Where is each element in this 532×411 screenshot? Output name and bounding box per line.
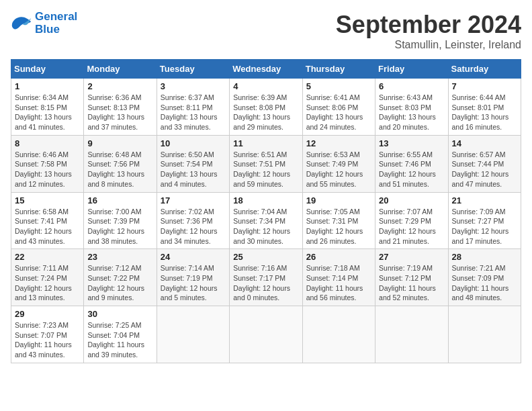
calendar-cell: 10Sunrise: 6:50 AMSunset: 7:54 PMDayligh… bbox=[157, 135, 229, 192]
calendar-cell: 8Sunrise: 6:46 AMSunset: 7:58 PMDaylight… bbox=[11, 135, 84, 192]
calendar-cell: 14Sunrise: 6:57 AMSunset: 7:44 PMDayligh… bbox=[448, 135, 521, 192]
calendar-cell: 26Sunrise: 7:18 AMSunset: 7:14 PMDayligh… bbox=[302, 249, 375, 306]
day-info: Sunrise: 7:09 AMSunset: 7:27 PMDaylight:… bbox=[452, 207, 517, 246]
calendar-cell: 15Sunrise: 6:58 AMSunset: 7:41 PMDayligh… bbox=[11, 192, 84, 249]
weekday-header: Thursday bbox=[302, 60, 375, 79]
calendar-week-row: 22Sunrise: 7:11 AMSunset: 7:24 PMDayligh… bbox=[11, 249, 521, 306]
day-number: 7 bbox=[452, 81, 517, 91]
calendar-cell: 16Sunrise: 7:00 AMSunset: 7:39 PMDayligh… bbox=[84, 192, 157, 249]
day-number: 3 bbox=[161, 81, 226, 91]
day-info: Sunrise: 6:36 AMSunset: 8:13 PMDaylight:… bbox=[87, 93, 152, 132]
day-info: Sunrise: 7:05 AMSunset: 7:31 PMDaylight:… bbox=[306, 207, 371, 246]
logo-icon bbox=[11, 14, 32, 33]
calendar-table: SundayMondayTuesdayWednesdayThursdayFrid… bbox=[11, 59, 521, 363]
calendar-cell bbox=[157, 306, 229, 363]
calendar-cell: 2Sunrise: 6:36 AMSunset: 8:13 PMDaylight… bbox=[84, 79, 157, 136]
calendar-cell: 3Sunrise: 6:37 AMSunset: 8:11 PMDaylight… bbox=[157, 79, 229, 136]
day-number: 17 bbox=[161, 195, 226, 205]
day-info: Sunrise: 7:11 AMSunset: 7:24 PMDaylight:… bbox=[15, 263, 80, 303]
day-number: 11 bbox=[233, 138, 298, 148]
day-info: Sunrise: 6:43 AMSunset: 8:03 PMDaylight:… bbox=[379, 93, 444, 132]
calendar-cell: 30Sunrise: 7:25 AMSunset: 7:04 PMDayligh… bbox=[84, 306, 157, 363]
day-number: 1 bbox=[15, 81, 80, 91]
day-info: Sunrise: 7:23 AMSunset: 7:07 PMDaylight:… bbox=[15, 320, 80, 360]
day-number: 4 bbox=[233, 81, 298, 91]
day-info: Sunrise: 7:16 AMSunset: 7:17 PMDaylight:… bbox=[233, 263, 298, 303]
day-number: 5 bbox=[306, 81, 371, 91]
calendar-cell: 4Sunrise: 6:39 AMSunset: 8:08 PMDaylight… bbox=[230, 79, 302, 136]
day-number: 18 bbox=[233, 195, 298, 205]
day-number: 24 bbox=[161, 252, 226, 262]
calendar-cell: 11Sunrise: 6:51 AMSunset: 7:51 PMDayligh… bbox=[230, 135, 302, 192]
calendar-cell: 5Sunrise: 6:41 AMSunset: 8:06 PMDaylight… bbox=[302, 79, 375, 136]
weekday-header: Monday bbox=[84, 60, 157, 79]
day-info: Sunrise: 6:51 AMSunset: 7:51 PMDaylight:… bbox=[233, 150, 298, 189]
day-number: 6 bbox=[379, 81, 444, 91]
calendar-cell: 23Sunrise: 7:12 AMSunset: 7:22 PMDayligh… bbox=[84, 249, 157, 306]
day-number: 2 bbox=[87, 81, 152, 91]
day-info: Sunrise: 7:00 AMSunset: 7:39 PMDaylight:… bbox=[87, 207, 152, 246]
day-number: 9 bbox=[87, 138, 152, 148]
day-number: 30 bbox=[87, 309, 152, 319]
day-info: Sunrise: 6:55 AMSunset: 7:46 PMDaylight:… bbox=[379, 150, 444, 189]
calendar-cell bbox=[448, 306, 521, 363]
day-info: Sunrise: 6:39 AMSunset: 8:08 PMDaylight:… bbox=[233, 93, 298, 132]
day-info: Sunrise: 6:44 AMSunset: 8:01 PMDaylight:… bbox=[452, 93, 517, 132]
day-number: 21 bbox=[452, 195, 517, 205]
day-number: 16 bbox=[87, 195, 152, 205]
calendar-cell: 17Sunrise: 7:02 AMSunset: 7:36 PMDayligh… bbox=[157, 192, 229, 249]
day-info: Sunrise: 7:25 AMSunset: 7:04 PMDaylight:… bbox=[87, 320, 152, 360]
day-number: 13 bbox=[379, 138, 444, 148]
month-title: September 2024 bbox=[336, 11, 521, 39]
calendar-cell: 29Sunrise: 7:23 AMSunset: 7:07 PMDayligh… bbox=[11, 306, 84, 363]
day-number: 10 bbox=[161, 138, 226, 148]
day-number: 25 bbox=[233, 252, 298, 262]
logo: General Blue bbox=[11, 11, 77, 36]
day-number: 15 bbox=[15, 195, 80, 205]
calendar-body: 1Sunrise: 6:34 AMSunset: 8:15 PMDaylight… bbox=[11, 79, 521, 363]
location: Stamullin, Leinster, Ireland bbox=[336, 39, 521, 51]
day-number: 22 bbox=[15, 252, 80, 262]
calendar-cell: 9Sunrise: 6:48 AMSunset: 7:56 PMDaylight… bbox=[84, 135, 157, 192]
day-info: Sunrise: 7:14 AMSunset: 7:19 PMDaylight:… bbox=[161, 263, 226, 303]
day-info: Sunrise: 6:34 AMSunset: 8:15 PMDaylight:… bbox=[15, 93, 80, 132]
day-info: Sunrise: 6:37 AMSunset: 8:11 PMDaylight:… bbox=[161, 93, 226, 132]
calendar-cell: 13Sunrise: 6:55 AMSunset: 7:46 PMDayligh… bbox=[375, 135, 448, 192]
weekday-header: Saturday bbox=[448, 60, 521, 79]
weekday-header: Wednesday bbox=[230, 60, 302, 79]
calendar-cell bbox=[375, 306, 448, 363]
day-number: 27 bbox=[379, 252, 444, 262]
day-info: Sunrise: 7:02 AMSunset: 7:36 PMDaylight:… bbox=[161, 207, 226, 246]
day-number: 23 bbox=[87, 252, 152, 262]
day-number: 14 bbox=[452, 138, 517, 148]
calendar-cell: 19Sunrise: 7:05 AMSunset: 7:31 PMDayligh… bbox=[302, 192, 375, 249]
page-header: General Blue September 2024 Stamullin, L… bbox=[11, 11, 521, 51]
logo-text: General Blue bbox=[35, 11, 77, 36]
calendar-cell: 18Sunrise: 7:04 AMSunset: 7:34 PMDayligh… bbox=[230, 192, 302, 249]
day-number: 29 bbox=[15, 309, 80, 319]
calendar-week-row: 8Sunrise: 6:46 AMSunset: 7:58 PMDaylight… bbox=[11, 135, 521, 192]
day-number: 19 bbox=[306, 195, 371, 205]
calendar-cell: 24Sunrise: 7:14 AMSunset: 7:19 PMDayligh… bbox=[157, 249, 229, 306]
calendar-header: SundayMondayTuesdayWednesdayThursdayFrid… bbox=[11, 60, 521, 79]
calendar-cell: 6Sunrise: 6:43 AMSunset: 8:03 PMDaylight… bbox=[375, 79, 448, 136]
day-number: 12 bbox=[306, 138, 371, 148]
calendar-cell: 12Sunrise: 6:53 AMSunset: 7:49 PMDayligh… bbox=[302, 135, 375, 192]
day-number: 20 bbox=[379, 195, 444, 205]
calendar-cell: 20Sunrise: 7:07 AMSunset: 7:29 PMDayligh… bbox=[375, 192, 448, 249]
day-info: Sunrise: 6:57 AMSunset: 7:44 PMDaylight:… bbox=[452, 150, 517, 189]
calendar-cell bbox=[230, 306, 302, 363]
calendar-cell bbox=[302, 306, 375, 363]
day-info: Sunrise: 7:04 AMSunset: 7:34 PMDaylight:… bbox=[233, 207, 298, 246]
day-info: Sunrise: 6:58 AMSunset: 7:41 PMDaylight:… bbox=[15, 207, 80, 246]
weekday-header: Tuesday bbox=[157, 60, 229, 79]
day-info: Sunrise: 6:48 AMSunset: 7:56 PMDaylight:… bbox=[87, 150, 152, 189]
calendar-cell: 22Sunrise: 7:11 AMSunset: 7:24 PMDayligh… bbox=[11, 249, 84, 306]
calendar-cell: 28Sunrise: 7:21 AMSunset: 7:09 PMDayligh… bbox=[448, 249, 521, 306]
calendar-cell: 21Sunrise: 7:09 AMSunset: 7:27 PMDayligh… bbox=[448, 192, 521, 249]
calendar-cell: 1Sunrise: 6:34 AMSunset: 8:15 PMDaylight… bbox=[11, 79, 84, 136]
weekday-header: Friday bbox=[375, 60, 448, 79]
calendar-cell: 25Sunrise: 7:16 AMSunset: 7:17 PMDayligh… bbox=[230, 249, 302, 306]
weekday-header: Sunday bbox=[11, 60, 84, 79]
day-info: Sunrise: 7:19 AMSunset: 7:12 PMDaylight:… bbox=[379, 263, 444, 303]
